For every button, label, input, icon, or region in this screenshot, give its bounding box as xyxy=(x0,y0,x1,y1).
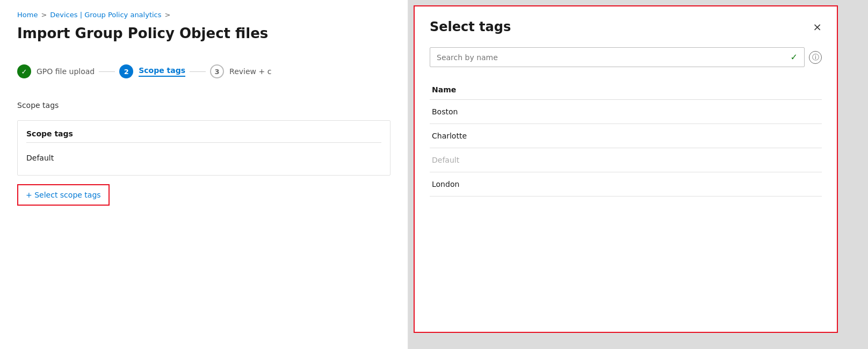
step-2-circle: 2 xyxy=(119,64,133,78)
table-row[interactable]: Charlotte xyxy=(430,124,822,148)
left-panel: Home > Devices | Group Policy analytics … xyxy=(0,0,408,349)
step-1[interactable]: ✓ GPO file upload xyxy=(17,59,95,84)
table-cell-name: London xyxy=(430,172,822,197)
breadcrumb-home[interactable]: Home xyxy=(17,11,38,19)
breadcrumb-sep2: > xyxy=(165,11,171,19)
table-row[interactable]: Boston xyxy=(430,100,822,124)
info-icon[interactable]: ⓘ xyxy=(809,51,822,64)
step-divider-2 xyxy=(190,71,206,72)
step-3-label: Review + c xyxy=(229,67,271,76)
breadcrumb: Home > Devices | Group Policy analytics … xyxy=(17,11,390,19)
scope-tags-box-title: Scope tags xyxy=(26,129,381,143)
step-3[interactable]: 3 Review + c xyxy=(210,59,271,84)
table-cell-name: Charlotte xyxy=(430,124,822,148)
right-panel: Select tags × ✓ ⓘ Name BostonCharlotteDe… xyxy=(408,0,868,349)
step-1-circle: ✓ xyxy=(17,64,31,78)
table-cell-name: Boston xyxy=(430,100,822,124)
step-3-circle: 3 xyxy=(210,64,224,78)
steps-container: ✓ GPO file upload 2 Scope tags 3 Review … xyxy=(17,59,390,84)
select-scope-tags-button[interactable]: + Select scope tags xyxy=(17,184,110,206)
search-row: ✓ ⓘ xyxy=(430,47,822,67)
section-label: Scope tags xyxy=(17,101,390,110)
modal-header: Select tags × xyxy=(430,19,822,34)
modal-close-button[interactable]: × xyxy=(813,21,822,32)
scope-tag-default: Default xyxy=(26,149,381,166)
step-1-label: GPO file upload xyxy=(37,67,95,76)
select-tags-modal: Select tags × ✓ ⓘ Name BostonCharlotteDe… xyxy=(414,5,838,333)
table-column-name: Name xyxy=(430,80,822,100)
page-title: Import Group Policy Object files xyxy=(17,25,390,42)
modal-title: Select tags xyxy=(430,19,511,34)
search-input-wrapper: ✓ xyxy=(430,47,805,67)
search-input[interactable] xyxy=(437,53,791,62)
scope-tags-box: Scope tags Default xyxy=(17,120,390,176)
step-divider-1 xyxy=(99,71,115,72)
search-check-icon: ✓ xyxy=(791,52,798,62)
breadcrumb-devices[interactable]: Devices | Group Policy analytics xyxy=(50,11,161,19)
step-2-label: Scope tags xyxy=(139,66,185,77)
table-cell-name: Default xyxy=(430,148,822,172)
table-row[interactable]: London xyxy=(430,172,822,197)
table-row[interactable]: Default xyxy=(430,148,822,172)
tags-table: Name BostonCharlotteDefaultLondon xyxy=(430,80,822,197)
step-2[interactable]: 2 Scope tags xyxy=(119,59,185,84)
breadcrumb-sep1: > xyxy=(41,11,47,19)
